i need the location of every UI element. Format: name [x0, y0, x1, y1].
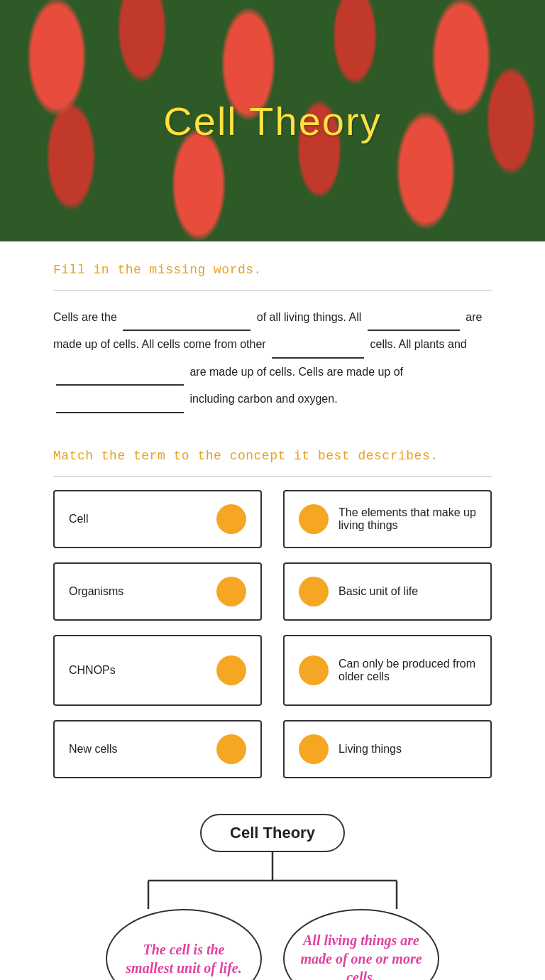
match-right-elements[interactable]: The elements that make up living things	[283, 490, 492, 548]
match-right-basic[interactable]: Basic unit of life	[283, 562, 492, 621]
fill-blank-2[interactable]	[368, 314, 460, 331]
match-heading: Match the term to the concept it best de…	[53, 449, 492, 463]
diagram-title: Cell Theory	[200, 814, 345, 852]
match-right-older[interactable]: Can only be produced from older cells	[283, 635, 492, 706]
fill-section: Fill in the missing words. Cells are the…	[53, 263, 492, 413]
fill-blank-4[interactable]	[56, 369, 184, 386]
match-left-cell[interactable]: Cell	[53, 490, 262, 548]
match-right-older-label: Can only be produced from older cells	[338, 658, 476, 683]
match-left-cell-label: Cell	[69, 513, 216, 526]
diagram-bubbles: The cell is the smallest unit of life. A…	[53, 909, 492, 980]
fill-including: including carbon and oxygen.	[189, 393, 337, 405]
diagram-section: Cell Theory The cell is the smallest uni…	[53, 814, 492, 980]
match-dot-cell[interactable]	[216, 504, 246, 534]
fill-heading: Fill in the missing words.	[53, 263, 492, 277]
diagram-connector-svg	[24, 852, 521, 909]
match-dot-chnops[interactable]	[216, 655, 246, 685]
match-dot-elements[interactable]	[299, 504, 329, 534]
match-section: Match the term to the concept it best de…	[53, 449, 492, 778]
match-dot-organisms[interactable]	[216, 577, 246, 606]
fill-of-all: of all living things. All	[257, 311, 362, 323]
main-content: Fill in the missing words. Cells are the…	[21, 241, 524, 980]
match-right-elements-label: The elements that make up living things	[338, 506, 476, 532]
match-left-organisms[interactable]: Organisms	[53, 562, 262, 621]
match-dot-older[interactable]	[299, 655, 329, 685]
match-dot-living[interactable]	[299, 734, 329, 764]
match-left-chnops-label: CHNOPs	[69, 664, 216, 677]
match-dot-basic[interactable]	[299, 577, 329, 606]
match-right-living[interactable]: Living things	[283, 720, 492, 778]
fill-are-made2: are made up of cells. Cells are made up …	[189, 366, 403, 378]
match-right-basic-label: Basic unit of life	[338, 585, 476, 598]
match-left-newcells-label: New cells	[69, 743, 216, 756]
fill-text: Cells are the of all living things. All …	[53, 304, 492, 413]
fill-intro: Cells are the	[53, 311, 117, 323]
match-grid: Cell The elements that make up living th…	[53, 490, 492, 778]
fill-blank-3[interactable]	[272, 342, 364, 359]
match-left-chnops[interactable]: CHNOPs	[53, 635, 262, 706]
match-divider	[53, 476, 492, 477]
match-right-living-label: Living things	[338, 743, 476, 756]
diagram-bubble-2: All living things are made of one or mor…	[283, 909, 439, 980]
match-dot-newcells[interactable]	[216, 734, 246, 764]
fill-divider	[53, 290, 492, 291]
match-left-organisms-label: Organisms	[69, 585, 216, 598]
hero-section: Cell Theory	[0, 0, 545, 241]
match-left-newcells[interactable]: New cells	[53, 720, 262, 778]
hero-title: Cell Theory	[163, 98, 381, 144]
fill-blank-5[interactable]	[56, 396, 184, 413]
diagram-bubble-1: The cell is the smallest unit of life.	[106, 909, 262, 980]
fill-blank-1[interactable]	[123, 314, 251, 331]
fill-cells-all: cells. All plants and	[370, 338, 467, 350]
